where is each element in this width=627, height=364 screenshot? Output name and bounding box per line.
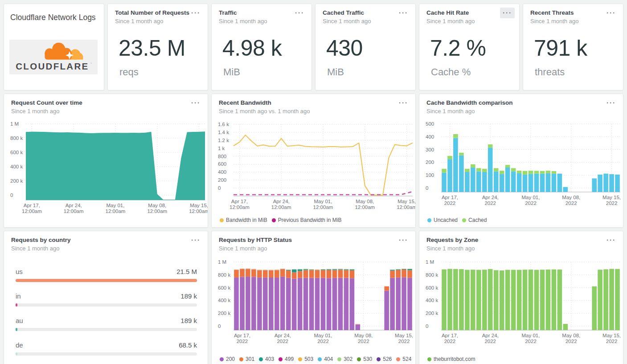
stat-value: 791 k bbox=[534, 35, 587, 61]
legend-color-dot bbox=[272, 218, 276, 222]
panel-title: Cached Traffic bbox=[323, 9, 398, 16]
svg-text:Apr 24,: Apr 24, bbox=[482, 195, 499, 200]
stat-value: 23.5 M bbox=[119, 35, 185, 61]
svg-text:2022: 2022 bbox=[444, 200, 456, 206]
legend-color-dot bbox=[279, 357, 283, 361]
panel-menu-button[interactable]: ··· bbox=[189, 235, 203, 245]
svg-text:1.4 k: 1.4 k bbox=[218, 130, 229, 135]
legend-item[interactable]: 302 bbox=[337, 356, 352, 362]
panel-menu-button[interactable]: ··· bbox=[500, 8, 515, 18]
svg-text:1 k: 1 k bbox=[218, 146, 225, 151]
dashboard-title: Cloudflare Network Logs bbox=[4, 4, 104, 24]
svg-text:Apr 24,: Apr 24, bbox=[275, 333, 291, 338]
panel-menu-button[interactable]: ··· bbox=[189, 8, 203, 18]
legend-item[interactable]: theburritobot.com bbox=[427, 356, 475, 362]
svg-text:12:00am: 12:00am bbox=[22, 209, 42, 214]
legend-item[interactable]: 526 bbox=[377, 356, 392, 362]
svg-text:May 15,: May 15, bbox=[190, 203, 208, 208]
stat-value: 430 bbox=[326, 35, 363, 61]
panel-subtitle: Since 1 month ago bbox=[323, 18, 398, 25]
svg-text:12:00am: 12:00am bbox=[189, 209, 208, 214]
legend-color-dot bbox=[427, 357, 431, 361]
legend-item[interactable]: 404 bbox=[318, 356, 333, 362]
panel-menu-button[interactable]: ··· bbox=[396, 98, 411, 108]
svg-text:2022: 2022 bbox=[525, 200, 537, 206]
legend-item[interactable]: 301 bbox=[239, 356, 254, 362]
gauge-track bbox=[16, 328, 197, 331]
legend-color-dot bbox=[462, 218, 466, 222]
panel-subtitle: Since 1 month ago bbox=[530, 18, 605, 25]
panel-menu-button[interactable]: ··· bbox=[604, 235, 619, 245]
svg-text:1 M: 1 M bbox=[218, 259, 226, 265]
legend-color-dot bbox=[337, 357, 341, 361]
svg-text:2022: 2022 bbox=[398, 339, 410, 344]
country-label: de bbox=[16, 341, 23, 349]
legend-item[interactable]: 503 bbox=[298, 356, 313, 362]
svg-text:Apr 17,: Apr 17, bbox=[234, 333, 250, 338]
cloudflare-logo-image: CLOUDFLARE ' bbox=[9, 40, 98, 74]
legend-item[interactable]: 200 bbox=[220, 356, 235, 362]
panel-menu-button[interactable]: ··· bbox=[604, 98, 619, 108]
svg-text:300: 300 bbox=[426, 147, 434, 152]
stat-unit: threats bbox=[535, 66, 565, 78]
legend-color-dot bbox=[259, 357, 263, 361]
svg-text:12:00am: 12:00am bbox=[271, 204, 291, 210]
country-row: in189 k bbox=[16, 292, 197, 310]
panel-subtitle: Since 1 month ago vs. 1 month ago bbox=[219, 108, 398, 115]
legend-item[interactable]: 403 bbox=[259, 356, 274, 362]
svg-text:1 M: 1 M bbox=[426, 259, 434, 265]
svg-text:0: 0 bbox=[218, 185, 221, 191]
legend-item[interactable]: Bandwidth in MiB bbox=[220, 217, 267, 223]
svg-text:600: 600 bbox=[218, 161, 226, 167]
svg-text:12:00am: 12:00am bbox=[64, 209, 84, 214]
panel-menu-button[interactable]: ··· bbox=[396, 8, 411, 18]
legend-item[interactable]: 530 bbox=[357, 356, 372, 362]
svg-text:400 k: 400 k bbox=[10, 164, 23, 169]
panel-recent-bandwidth: Recent Bandwidth Since 1 month ago vs. 1… bbox=[211, 94, 416, 228]
panel-subtitle: Since 1 month ago bbox=[426, 18, 501, 25]
panel-subtitle: Since 1 month ago bbox=[11, 245, 190, 252]
panel-recent-threats: Recent Threats Since 1 month ago ··· 791… bbox=[523, 4, 623, 90]
panel-subtitle: Since 1 month ago bbox=[426, 245, 605, 252]
panel-menu-button[interactable]: ··· bbox=[292, 8, 307, 18]
svg-text:May 08,: May 08, bbox=[356, 199, 374, 204]
panel-title: Requests by country bbox=[11, 237, 190, 243]
legend-item[interactable]: 499 bbox=[279, 356, 294, 362]
panel-subtitle: Since 1 month ago bbox=[219, 245, 398, 252]
svg-text:600 k: 600 k bbox=[10, 150, 23, 155]
panel-traffic: Traffic Since 1 month ago ··· 4.98 k MiB bbox=[211, 4, 312, 90]
svg-text:12:00am: 12:00am bbox=[147, 209, 167, 214]
cloudflare-logo-text: CLOUDFLARE bbox=[16, 61, 89, 71]
panel-menu-button[interactable]: ··· bbox=[604, 8, 619, 18]
stat-unit: Cache % bbox=[431, 66, 471, 78]
svg-text:2022: 2022 bbox=[606, 200, 618, 206]
legend-item[interactable]: Uncached bbox=[427, 217, 458, 223]
panel-menu-button[interactable]: ··· bbox=[396, 235, 411, 245]
panel-subtitle: Since 1 month ago bbox=[426, 108, 605, 115]
svg-text:2022: 2022 bbox=[566, 339, 577, 344]
chart-legend: Bandwidth in MiBPrevious Bandwidth in Mi… bbox=[220, 217, 412, 223]
svg-text:12:00am: 12:00am bbox=[229, 204, 250, 210]
panel-http-status: Requests by HTTP Status Since 1 month ag… bbox=[211, 231, 416, 364]
svg-text:12:00am: 12:00am bbox=[355, 204, 375, 210]
svg-text:Apr 17,: Apr 17, bbox=[24, 203, 40, 208]
panel-cached-traffic: Cached Traffic Since 1 month ago ··· 430… bbox=[315, 4, 416, 90]
panel-menu-button[interactable]: ··· bbox=[189, 98, 203, 108]
chart-legend: theburritobot.com bbox=[427, 356, 619, 362]
legend-item[interactable]: 524 bbox=[396, 356, 411, 362]
gauge-fill bbox=[16, 328, 17, 331]
svg-text:May 08,: May 08, bbox=[562, 195, 580, 200]
svg-text:Apr 24,: Apr 24, bbox=[273, 199, 290, 204]
svg-text:Apr 17,: Apr 17, bbox=[442, 333, 458, 338]
svg-text:1.6 k: 1.6 k bbox=[218, 122, 229, 127]
svg-text:2022: 2022 bbox=[317, 339, 329, 344]
panel-title: Cache Hit Rate bbox=[426, 9, 501, 16]
svg-text:2022: 2022 bbox=[566, 200, 577, 206]
legend-item[interactable]: Previous Bandwidth in MiB bbox=[272, 217, 342, 223]
panel-request-count: Request Count over time Since 1 month ag… bbox=[4, 94, 208, 228]
legend-item[interactable]: Cached bbox=[462, 217, 487, 223]
country-value: 21.5 M bbox=[176, 268, 197, 275]
svg-text:2022: 2022 bbox=[277, 339, 288, 344]
svg-text:May 15,: May 15, bbox=[395, 333, 413, 338]
svg-text:600 k: 600 k bbox=[426, 285, 438, 290]
